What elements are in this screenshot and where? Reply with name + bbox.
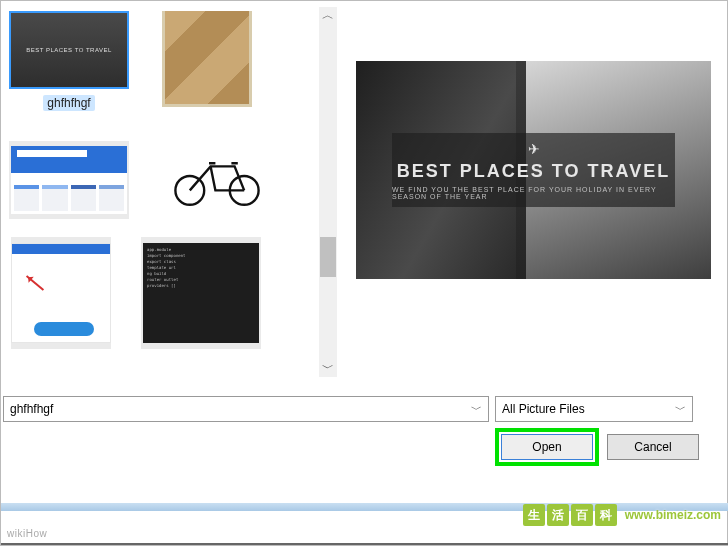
thumb-item[interactable] <box>9 237 113 349</box>
chevron-down-icon[interactable]: ﹀ <box>471 402 482 417</box>
airplane-icon: ✈ <box>528 141 540 157</box>
site-watermark: 生活百科 www.bimeiz.com <box>523 491 721 539</box>
watermark-badge: 生活百科 <box>523 504 617 526</box>
thumb-item[interactable]: app.moduleimport componentexport classte… <box>141 237 261 349</box>
thumb-plan-preview <box>11 146 127 214</box>
filename-input[interactable] <box>10 402 471 416</box>
thumb-wood-preview <box>162 11 252 107</box>
scroll-thumb[interactable] <box>320 237 336 277</box>
preview-title: BEST PLACES TO TRAVEL <box>397 161 670 182</box>
thumb-item[interactable] <box>157 11 257 123</box>
thumb-chat-preview <box>11 243 111 343</box>
thumb-item[interactable] <box>9 141 129 219</box>
thumb-item-selected[interactable]: BEST PLACES TO TRAVEL ghfhfhgf <box>9 11 129 123</box>
thumb-item[interactable] <box>157 141 277 219</box>
thumb-code-preview: app.moduleimport componentexport classte… <box>143 243 259 343</box>
file-open-dialog: BEST PLACES TO TRAVEL ghfhfhgf app.modul… <box>0 0 728 546</box>
scroll-up-icon[interactable]: ︿ <box>322 7 334 24</box>
thumb-travel-preview: BEST PLACES TO TRAVEL <box>9 11 129 89</box>
filetype-filter-combobox[interactable]: All Picture Files ﹀ <box>495 396 693 422</box>
thumbnail-grid: BEST PLACES TO TRAVEL ghfhfhgf app.modul… <box>1 1 349 359</box>
thumbnail-browse-area: BEST PLACES TO TRAVEL ghfhfhgf app.modul… <box>1 1 349 384</box>
filename-row: ﹀ All Picture Files ﹀ <box>3 396 726 422</box>
thumb-label: ghfhfhgf <box>43 95 94 111</box>
thumb-bike-preview <box>157 141 277 219</box>
cancel-button[interactable]: Cancel <box>607 434 699 460</box>
watermark-url: www.bimeiz.com <box>625 508 721 522</box>
filename-combobox[interactable]: ﹀ <box>3 396 489 422</box>
bottom-border <box>1 543 728 545</box>
chevron-down-icon[interactable]: ﹀ <box>675 402 686 417</box>
open-button[interactable]: Open <box>501 434 593 460</box>
wikihow-watermark: wikiHow <box>7 528 47 539</box>
dialog-button-row: Open Cancel <box>501 434 699 460</box>
scroll-down-icon[interactable]: ﹀ <box>322 360 334 377</box>
preview-pane: ✈ BEST PLACES TO TRAVEL WE FIND YOU THE … <box>356 61 711 279</box>
filter-selected-label: All Picture Files <box>502 402 585 416</box>
thumbnail-scrollbar[interactable]: ︿ ﹀ <box>319 7 337 377</box>
preview-overlay: ✈ BEST PLACES TO TRAVEL WE FIND YOU THE … <box>392 133 675 207</box>
preview-subtitle: WE FIND YOU THE BEST PLACE FOR YOUR HOLI… <box>392 186 675 200</box>
